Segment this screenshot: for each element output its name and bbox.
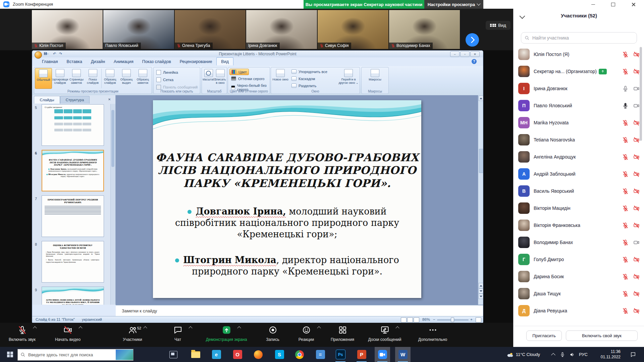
participant-row[interactable]: ААндрій Заблоцький <box>518 167 640 181</box>
ribbon-button-slide-master[interactable]: Образец слайдов <box>102 68 118 89</box>
minimize-button[interactable] <box>585 0 601 9</box>
unmute-myself-button[interactable]: Включить свой звук <box>566 330 638 341</box>
ribbon-button-normal-view[interactable]: Обычный <box>35 68 52 89</box>
toolbar-participants[interactable]: Участники52 <box>112 325 153 342</box>
ribbon-button-color[interactable]: Цвет <box>229 69 249 75</box>
ribbon-tab-Анимация[interactable]: Анимация <box>109 58 138 65</box>
office-button[interactable] <box>35 51 42 59</box>
ribbon-button-new-window[interactable]: Новое окно <box>272 68 289 89</box>
checkbox-icon[interactable] <box>156 77 161 82</box>
video-tile[interactable]: Павло Яловський <box>103 10 174 49</box>
participant-row[interactable]: ВВасиль Яворський <box>518 184 640 198</box>
panel-tab-Структура[interactable]: Структура <box>60 96 90 104</box>
language-indicator[interactable]: РУС <box>579 347 588 362</box>
ribbon-button-bw[interactable]: Черно-белый без серого <box>229 83 270 92</box>
scroll-up-icon[interactable] <box>479 96 483 101</box>
taskbar-app-photoshop[interactable]: Ps <box>333 347 348 362</box>
participant-row[interactable]: Володимир Банах <box>518 235 640 250</box>
checkbox-Панель сообщений[interactable]: Панель сообщений <box>156 85 198 89</box>
help-icon[interactable]: ? <box>472 59 477 64</box>
taskbar-app-calculator[interactable]: = <box>313 347 328 362</box>
zoom-in-icon[interactable]: + <box>470 317 473 321</box>
toolbar-mic-off[interactable]: Включить звук <box>2 325 42 342</box>
toolbar-chat[interactable]: Чат <box>158 325 198 342</box>
participant-row[interactable]: ГГолуб Дмитро <box>518 252 640 267</box>
toolbar-more[interactable]: Дополнительно <box>413 325 453 342</box>
ribbon-button-cascade[interactable]: Каскадом <box>290 76 317 81</box>
next-slide-icon[interactable] <box>479 288 483 294</box>
ribbon-button-macros[interactable]: Макросы <box>362 68 388 89</box>
taskbar-app-firefox[interactable] <box>251 347 266 362</box>
chevron-up-icon[interactable] <box>237 326 241 330</box>
panel-tab-Слайды[interactable]: Слайды <box>34 96 60 104</box>
chevron-up-icon[interactable] <box>33 326 37 330</box>
participant-row[interactable]: ДДіана Ревуцька <box>518 303 640 318</box>
gallery-view-button[interactable]: Вид <box>486 21 511 30</box>
toolbar-whiteboard[interactable]: Доски сообщений <box>365 325 405 342</box>
maximize-button[interactable] <box>605 0 621 9</box>
slide-sorter-icon[interactable] <box>407 317 413 322</box>
chevron-up-icon[interactable] <box>317 326 321 330</box>
checkbox-icon[interactable] <box>156 85 161 89</box>
close-panel-icon[interactable]: ✕ <box>108 98 111 101</box>
ribbon-tab-Главная[interactable]: Главная <box>38 58 62 65</box>
ppt-minimize-button[interactable]: – <box>450 51 460 57</box>
normal-view-icon[interactable] <box>401 317 407 322</box>
invite-button[interactable]: Пригласить <box>526 330 562 341</box>
ribbon-tab-Вставка[interactable]: Вставка <box>62 58 87 65</box>
ribbon-button-grayscale[interactable]: Оттенки серого <box>229 76 266 81</box>
taskbar-app-chrome[interactable] <box>292 347 307 362</box>
participant-row[interactable]: MHMarika Hyzovata <box>518 115 640 130</box>
taskbar-app-powerpoint[interactable]: P <box>354 347 369 362</box>
participants-scrollbar[interactable] <box>640 47 642 141</box>
next-videos-button[interactable] <box>466 33 479 47</box>
participant-row[interactable]: Вікторія Франковська <box>518 218 640 233</box>
slide-scrollbar[interactable] <box>478 95 483 305</box>
taskbar-app-file-explorer[interactable] <box>188 347 203 362</box>
ribbon-button-notes-master[interactable]: Образец заметок <box>135 68 151 89</box>
slide-thumbnail-7[interactable]: ПРОСОПОГРАФІЧНИЙ ПОРТРЕТ РОДИНИ РЕЧИНСЬК… <box>42 195 104 237</box>
slides-panel-scrollbar[interactable] <box>110 104 115 305</box>
taskbar-app-skype[interactable]: S <box>272 347 287 362</box>
participant-row[interactable]: Tetiana Nosarovska <box>518 132 640 147</box>
participant-row[interactable]: ІІрина Довганюк <box>518 81 640 96</box>
weather-widget[interactable]: 11°C Cloudy <box>507 347 540 362</box>
zoom-slider-thumb[interactable] <box>451 317 454 322</box>
participant-row[interactable]: Даша Тищук <box>518 286 640 301</box>
bing-daily-image[interactable] <box>116 350 133 360</box>
tray-expand-icon[interactable] <box>552 347 555 362</box>
video-tile[interactable]: Олена Тригуба <box>175 10 246 49</box>
slide-thumbnail-5[interactable]: Студійні засідання: <box>42 104 104 146</box>
chevron-up-icon[interactable] <box>143 326 147 330</box>
participant-row[interactable]: Юлія Постол (Я) <box>518 47 640 62</box>
ribbon-tab-Показ слайдов[interactable]: Показ слайдов <box>138 58 175 65</box>
previous-slide-icon[interactable] <box>479 283 483 288</box>
fit-to-window-icon[interactable] <box>476 317 481 322</box>
notes-pane[interactable]: Заметки к слайду <box>116 305 483 317</box>
participant-row[interactable]: Секретар на...(Организатор) <box>518 64 640 79</box>
ribbon-button-arrange-all[interactable]: Упорядочить все <box>290 69 329 74</box>
participant-row[interactable]: Вікторія Мацидін <box>518 201 640 216</box>
toolbar-reactions[interactable]: Реакции <box>286 325 326 342</box>
participant-row[interactable]: ППавло Яловський <box>518 98 640 113</box>
slide-thumbnail-9[interactable]: АГРЕСИВНА ПОВЕДІНКА ДІТЕЙ ДОШКІЛЬНОГО ТА… <box>42 287 104 305</box>
scroll-down-icon[interactable] <box>479 294 483 299</box>
ribbon-tab-Рецензирование[interactable]: Рецензирование <box>175 58 217 65</box>
taskbar-app-word[interactable]: W <box>395 347 411 362</box>
checkbox-icon[interactable] <box>156 70 161 75</box>
toolbar-camera-off[interactable]: Начать видео <box>48 325 88 342</box>
slideshow-icon[interactable] <box>414 317 419 322</box>
tray-mic-icon[interactable] <box>560 347 565 362</box>
checkbox-Сетка[interactable]: Сетка <box>156 77 173 82</box>
task-view-button[interactable] <box>169 351 177 358</box>
clock[interactable]: 11:3601.11.2022 <box>601 347 621 362</box>
ribbon-button-handout-master[interactable]: Образец выдач <box>118 68 135 89</box>
participant-row[interactable]: Ангеліна Андрощук <box>518 149 640 164</box>
taskbar-app-opera[interactable]: O <box>230 347 245 362</box>
chevron-up-icon[interactable] <box>78 326 82 330</box>
video-tile[interactable]: Володимир Банах <box>389 10 460 49</box>
slide-thumbnail-8[interactable]: ОЦІНКА ФІЗИЧНОГО РОЗВИТКУ ЗДОБУВАЧІВ ОСВ… <box>42 241 104 283</box>
checkbox-Линейка[interactable]: Линейка <box>156 70 178 75</box>
ribbon-button-split[interactable]: Разделить <box>290 83 318 88</box>
ribbon-button-fit-window[interactable]: Вписать в окно <box>214 68 226 89</box>
